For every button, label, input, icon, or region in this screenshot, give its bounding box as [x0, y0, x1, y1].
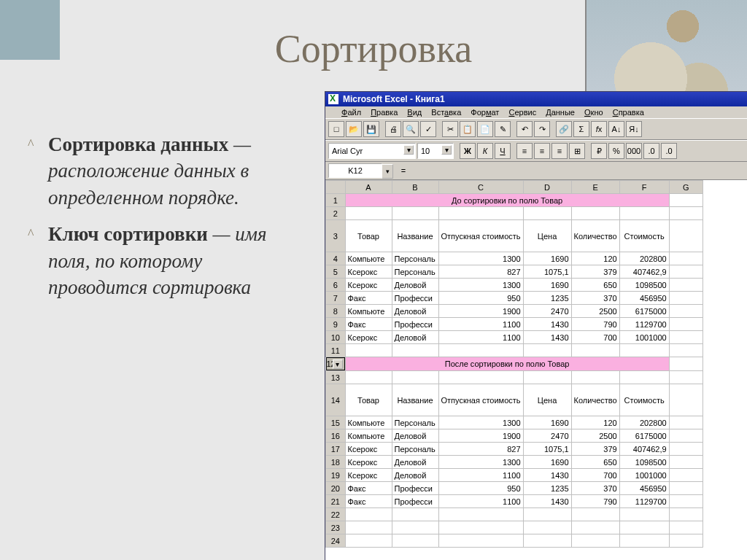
col-g[interactable]: G [669, 181, 703, 194]
align-center-icon[interactable]: ≡ [534, 143, 550, 159]
equals-button[interactable]: = [397, 166, 410, 175]
align-left-icon[interactable]: ≡ [516, 143, 533, 159]
cell[interactable]: 379 [571, 265, 619, 279]
cell[interactable]: Ксерокс [345, 265, 392, 279]
cell[interactable]: 1129700 [619, 495, 669, 508]
cell[interactable] [669, 292, 703, 305]
hdr-b[interactable]: Название [392, 220, 438, 252]
cell[interactable] [669, 305, 703, 318]
cell[interactable]: 2500 [571, 429, 619, 443]
cell[interactable] [669, 443, 703, 456]
bold-icon[interactable]: Ж [460, 143, 476, 159]
col-c[interactable]: C [438, 181, 523, 194]
cell[interactable]: 370 [571, 482, 619, 495]
banner-before[interactable]: До сортировки по полю Товар [345, 194, 669, 207]
cell[interactable]: 790 [571, 318, 619, 331]
cell[interactable]: Професси [392, 495, 438, 508]
cell[interactable]: 1430 [523, 318, 571, 331]
row-header[interactable]: 9 [326, 318, 346, 331]
cell[interactable]: Деловой [392, 305, 438, 318]
cell[interactable]: Деловой [392, 456, 438, 469]
cell[interactable]: 1430 [523, 331, 571, 344]
cell[interactable]: Деловой [392, 331, 438, 344]
font-size-select[interactable]: 10 [417, 143, 454, 159]
menu-tools[interactable]: Сервис [508, 108, 536, 117]
row-header[interactable]: 18 [326, 456, 346, 469]
col-b[interactable]: B [392, 181, 438, 194]
menu-data[interactable]: Данные [546, 108, 575, 117]
cell[interactable]: 1075,1 [523, 443, 571, 456]
row-header[interactable]: 22 [326, 508, 346, 521]
undo-icon[interactable]: ↶ [516, 121, 533, 137]
hdr-e[interactable]: Количество [571, 384, 619, 416]
hdr-b[interactable]: Название [392, 384, 438, 416]
cell[interactable]: Персональ [392, 265, 438, 279]
cell[interactable]: 1300 [438, 279, 523, 292]
cell[interactable]: Факс [345, 292, 392, 305]
cell[interactable]: Персональ [392, 252, 438, 265]
cell[interactable] [669, 252, 703, 265]
cell[interactable]: 6175000 [619, 429, 669, 443]
merge-icon[interactable]: ⊞ [569, 143, 585, 159]
menu-edit[interactable]: Правка [371, 108, 398, 117]
cell[interactable]: 1235 [523, 482, 571, 495]
banner-after[interactable]: После сортировки по полю Товар [345, 357, 669, 371]
sort-asc-icon[interactable]: A↓ [608, 121, 624, 137]
cell[interactable]: 827 [438, 443, 523, 456]
row-header[interactable]: 6 [326, 279, 346, 292]
cell[interactable] [669, 469, 703, 482]
redo-icon[interactable]: ↷ [534, 121, 550, 137]
fx-icon[interactable]: fx [591, 121, 607, 137]
row-header[interactable]: 17 [326, 443, 346, 456]
row-header[interactable]: 20 [326, 482, 346, 495]
percent-icon[interactable]: % [608, 143, 624, 159]
cell[interactable]: Ксерокс [345, 331, 392, 344]
row-header[interactable]: 7 [326, 292, 346, 305]
sort-desc-icon[interactable]: Я↓ [626, 121, 642, 137]
cell[interactable]: Ксерокс [345, 443, 392, 456]
name-box[interactable]: K12 [328, 163, 382, 178]
cell[interactable]: 950 [438, 292, 523, 305]
hdr-e[interactable]: Количество [571, 220, 619, 252]
cell[interactable]: 1900 [438, 305, 523, 318]
cell[interactable]: 1098500 [619, 279, 669, 292]
menubar[interactable]: Файл Правка Вид Вставка Формат Сервис Да… [325, 106, 747, 118]
row-header[interactable]: 13 [326, 371, 346, 384]
col-a[interactable]: A [345, 181, 392, 194]
cell[interactable]: 456950 [619, 482, 669, 495]
cell[interactable]: 370 [571, 292, 619, 305]
cut-icon[interactable]: ✂ [442, 121, 458, 137]
cell[interactable]: Компьюте [345, 429, 392, 443]
currency-icon[interactable]: ₽ [591, 143, 607, 159]
cell[interactable]: 456950 [619, 292, 669, 305]
cell[interactable] [669, 279, 703, 292]
menu-window[interactable]: Окно [584, 108, 603, 117]
cell[interactable] [669, 429, 703, 443]
cell[interactable]: 202800 [619, 252, 669, 265]
hdr-c[interactable]: Отпускная стоимость [438, 220, 523, 252]
cell[interactable]: 1690 [523, 252, 571, 265]
titlebar[interactable]: Microsoft Excel - Книга1 [325, 92, 747, 106]
menu-file[interactable]: Файл [341, 108, 361, 117]
cell[interactable]: Ксерокс [345, 279, 392, 292]
cell[interactable]: 120 [571, 416, 619, 429]
cell[interactable]: Персональ [392, 443, 438, 456]
cell[interactable]: 1100 [438, 331, 523, 344]
row-header-selected[interactable]: 12 [326, 357, 345, 370]
cell[interactable]: Деловой [392, 279, 438, 292]
cell[interactable] [669, 331, 703, 344]
hdr-f[interactable]: Стоимость [619, 220, 669, 252]
cell[interactable]: 120 [571, 252, 619, 265]
copy-icon[interactable]: 📋 [460, 121, 476, 137]
cell[interactable]: Факс [345, 318, 392, 331]
hdr-d[interactable]: Цена [523, 220, 571, 252]
cell[interactable]: Компьюте [345, 305, 392, 318]
cell[interactable]: Факс [345, 495, 392, 508]
font-name-select[interactable]: Arial Cyr [328, 143, 416, 159]
cell[interactable]: 1075,1 [523, 265, 571, 279]
menu-insert[interactable]: Вставка [431, 108, 461, 117]
preview-icon[interactable]: 🔍 [403, 121, 419, 137]
cell[interactable]: 1129700 [619, 318, 669, 331]
thousands-icon[interactable]: 000 [626, 143, 642, 159]
row-header[interactable]: 8 [326, 305, 346, 318]
